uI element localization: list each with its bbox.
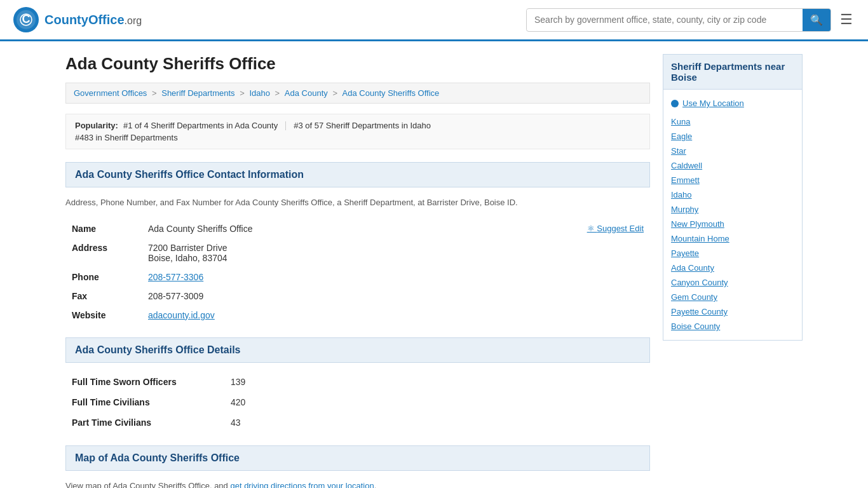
pop-divider [285, 121, 286, 130]
website-label: Website [65, 306, 142, 325]
ft-civilians-label: Full Time Civilians [65, 392, 224, 412]
popularity-bar: Popularity: #1 of 4 Sheriff Departments … [65, 114, 650, 149]
sidebar-link-murphy[interactable]: Murphy [671, 202, 794, 217]
sidebar-link-ada-county[interactable]: Ada County [671, 261, 794, 275]
logo-text: CountyOffice.org [44, 13, 142, 27]
pt-civilians-label: Part Time Civilians [65, 412, 224, 433]
main-container: Ada County Sheriffs Office Government Of… [53, 41, 815, 488]
website-value: adacounty.id.gov [142, 306, 650, 325]
sidebar-link-star[interactable]: Star [671, 144, 794, 158]
address-value: 7200 Barrister Drive Boise, Idaho, 83704 [142, 238, 650, 268]
phone-value: 208-577-3306 [142, 268, 650, 287]
sworn-officers-label: Full Time Sworn Officers [65, 372, 224, 392]
sidebar-link-boise-county[interactable]: Boise County [671, 319, 794, 334]
table-row: Full Time Sworn Officers 139 [65, 372, 650, 392]
name-label: Name [65, 219, 142, 238]
sidebar-link-eagle[interactable]: Eagle [671, 129, 794, 144]
breadcrumb: Government Offices > Sheriff Departments… [65, 83, 650, 104]
table-row: Website adacounty.id.gov [65, 306, 650, 325]
popularity-rank3: #483 in Sheriff Departments [75, 133, 178, 142]
table-row: Part Time Civilians 43 [65, 412, 650, 433]
content-area: Ada County Sheriffs Office Government Of… [65, 54, 650, 488]
map-section-header: Map of Ada County Sheriffs Office [65, 445, 650, 471]
pt-civilians-value: 43 [224, 412, 650, 433]
breadcrumb-gov-offices[interactable]: Government Offices [74, 88, 147, 98]
table-row: Full Time Civilians 420 [65, 392, 650, 412]
breadcrumb-sep-1: > [152, 88, 159, 98]
sidebar-link-emmett[interactable]: Emmett [671, 173, 794, 187]
address-label: Address [65, 238, 142, 268]
details-section-header: Ada County Sheriffs Office Details [65, 337, 650, 363]
table-row: Address 7200 Barrister Drive Boise, Idah… [65, 238, 650, 268]
search-input[interactable] [527, 10, 803, 30]
sidebar-link-caldwell[interactable]: Caldwell [671, 158, 794, 173]
details-table: Full Time Sworn Officers 139 Full Time C… [65, 372, 650, 433]
fax-label: Fax [65, 287, 142, 306]
search-button[interactable]: 🔍 [803, 9, 831, 31]
table-row: Fax 208-577-3009 [65, 287, 650, 306]
breadcrumb-ada-county[interactable]: Ada County [285, 88, 328, 98]
popularity-rank1: #1 of 4 Sheriff Departments in Ada Count… [123, 121, 278, 130]
contact-info-table: Name Ada County Sheriffs Office ⚛ Sugges… [65, 219, 650, 325]
sidebar-header: Sheriff Departments near Boise [663, 54, 803, 90]
sidebar-link-new-plymouth[interactable]: New Plymouth [671, 217, 794, 231]
breadcrumb-sheriff-depts[interactable]: Sheriff Departments [161, 88, 234, 98]
search-bar: 🔍 [526, 8, 831, 32]
sworn-officers-value: 139 [224, 372, 650, 392]
breadcrumb-sep-4: > [332, 88, 339, 98]
logo-area: C CountyOffice.org [13, 6, 142, 33]
sidebar-link-payette-county[interactable]: Payette County [671, 304, 794, 319]
table-row: Name Ada County Sheriffs Office ⚛ Sugges… [65, 219, 650, 238]
contact-description: Address, Phone Number, and Fax Number fo… [65, 196, 650, 209]
site-header: C CountyOffice.org 🔍 ☰ [0, 0, 868, 41]
location-icon [671, 100, 679, 107]
breadcrumb-current[interactable]: Ada County Sheriffs Office [342, 88, 440, 98]
phone-link[interactable]: 208-577-3306 [148, 272, 203, 282]
sidebar-body: Use My Location Kuna Eagle Star Caldwell… [663, 90, 803, 341]
phone-label: Phone [65, 268, 142, 287]
suggest-edit-button[interactable]: ⚛ Suggest Edit [587, 224, 644, 233]
fax-value: 208-577-3009 [142, 287, 650, 306]
logo-icon: C [13, 6, 39, 33]
driving-directions-link[interactable]: get driving directions from your locatio… [230, 481, 374, 489]
header-right: 🔍 ☰ [526, 8, 855, 32]
sidebar-link-idaho[interactable]: Idaho [671, 187, 794, 202]
use-my-location-button[interactable]: Use My Location [671, 96, 744, 111]
popularity-label: Popularity: [75, 121, 118, 130]
contact-section-header: Ada County Sheriffs Office Contact Infor… [65, 162, 650, 187]
breadcrumb-sep-2: > [240, 88, 247, 98]
sidebar-link-gem-county[interactable]: Gem County [671, 290, 794, 304]
menu-button[interactable]: ☰ [837, 9, 855, 30]
map-description: View map of Ada County Sheriffs Office, … [65, 480, 650, 489]
sidebar-link-payette[interactable]: Payette [671, 246, 794, 261]
website-link[interactable]: adacounty.id.gov [148, 310, 215, 320]
sidebar-link-mountain-home[interactable]: Mountain Home [671, 231, 794, 246]
table-row: Phone 208-577-3306 [65, 268, 650, 287]
ft-civilians-value: 420 [224, 392, 650, 412]
breadcrumb-sep-3: > [275, 88, 282, 98]
breadcrumb-idaho[interactable]: Idaho [249, 88, 270, 98]
popularity-rank2: #3 of 57 Sheriff Departments in Idaho [294, 121, 431, 130]
name-value: Ada County Sheriffs Office ⚛ Suggest Edi… [142, 219, 650, 238]
sidebar-link-canyon-county[interactable]: Canyon County [671, 275, 794, 290]
sidebar-link-kuna[interactable]: Kuna [671, 114, 794, 129]
sidebar: Sheriff Departments near Boise Use My Lo… [663, 54, 803, 488]
page-title: Ada County Sheriffs Office [65, 54, 650, 74]
